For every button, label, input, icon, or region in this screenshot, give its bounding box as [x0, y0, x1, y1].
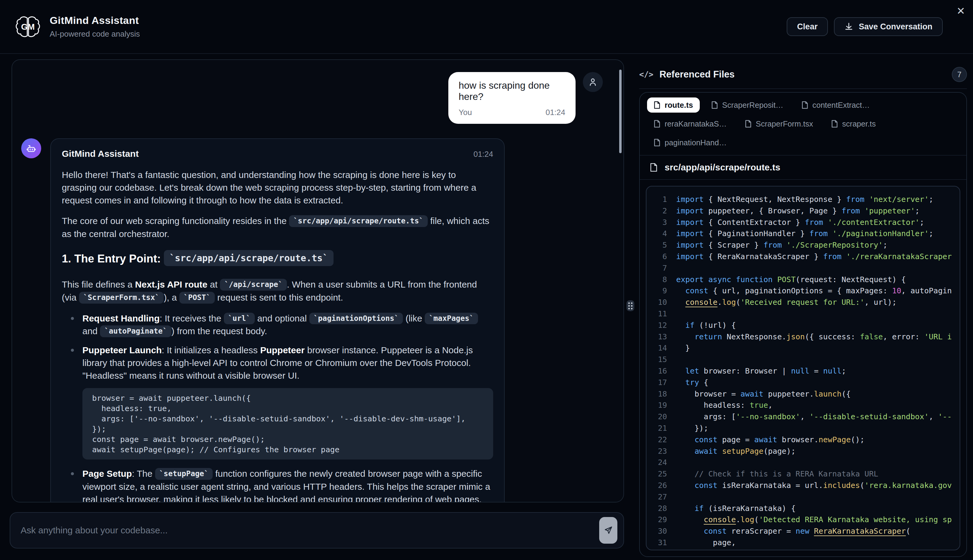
- save-button-label: Save Conversation: [859, 22, 933, 32]
- code-text: console.log('Detected RERA Karnataka web…: [667, 514, 960, 525]
- svg-text:GM: GM: [21, 22, 35, 32]
- code-line: 24: [647, 457, 960, 468]
- file-tab-ScraperForm.tsx[interactable]: ScraperForm.tsx: [738, 116, 820, 132]
- line-number: 5: [647, 240, 667, 251]
- text: (like: [403, 313, 425, 323]
- file-tab-reraKarnatakaS[interactable]: reraKarnatakaS…: [647, 116, 733, 132]
- line-number: 17: [647, 377, 667, 388]
- code-text: [667, 308, 960, 320]
- line-number: 24: [647, 457, 667, 468]
- chat-scrollbar-thumb[interactable]: [619, 70, 622, 153]
- code-line: 11: [647, 308, 960, 320]
- file-tab-ScraperReposit[interactable]: ScraperReposit…: [705, 97, 790, 113]
- code-line: 7: [647, 262, 960, 274]
- code-line: 6import { ReraKarnatakaScraper } from '.…: [647, 251, 960, 262]
- code-line: 20 args: ['--no-sandbox', '--disable-set…: [647, 411, 960, 423]
- text: : The: [132, 468, 155, 478]
- text: at: [207, 279, 220, 289]
- line-number: 32: [647, 548, 667, 550]
- code-text: const { url, paginationOptions = { maxPa…: [667, 285, 960, 297]
- code-line: 8export async function POST(request: Nex…: [647, 274, 960, 285]
- code-text: [667, 491, 960, 503]
- file-tab-scraper.ts[interactable]: scraper.ts: [824, 116, 883, 132]
- bold-text: Next.js API route: [135, 279, 207, 289]
- text: : It receives the: [160, 313, 224, 323]
- paragraph: The core of our web scraping functionali…: [62, 215, 493, 240]
- code-line: 29 console.log('Detected RERA Karnataka …: [647, 514, 960, 525]
- inline-code: `maxPages`: [425, 313, 478, 325]
- save-conversation-button[interactable]: Save Conversation: [834, 17, 943, 36]
- line-number: 11: [647, 308, 667, 320]
- code-text: browser = await puppeteer.launch({: [667, 388, 960, 400]
- code-line: 12 if (!url) {: [647, 320, 960, 331]
- file-icon: [654, 138, 660, 147]
- chat-code-block: browser = await puppeteer.launch({ headl…: [82, 388, 493, 460]
- code-text: let browser: Browser | null = null;: [667, 365, 960, 377]
- chat-input-bar: [10, 512, 624, 548]
- code-line: 18 browser = await puppeteer.launch({: [647, 388, 960, 400]
- line-number: 25: [647, 468, 667, 480]
- file-icon: [654, 101, 660, 109]
- line-number: 6: [647, 251, 667, 262]
- line-number: 8: [647, 274, 667, 285]
- inline-code: `paginationOptions`: [309, 313, 403, 325]
- code-text: try {: [667, 377, 960, 388]
- text: ) from the request body.: [171, 326, 267, 336]
- line-number: 2: [647, 205, 667, 217]
- close-icon[interactable]: ✕: [956, 5, 965, 17]
- clear-button[interactable]: Clear: [787, 17, 828, 36]
- code-brackets-icon: </>: [639, 70, 654, 79]
- file-tab-contentExtract[interactable]: contentExtract…: [795, 97, 876, 113]
- send-button[interactable]: [599, 517, 617, 544]
- chat-scroll-area: how is scraping done here? You 01:24: [12, 60, 624, 502]
- line-number: 30: [647, 525, 667, 537]
- code-text: export async function POST(request: Next…: [667, 274, 960, 285]
- file-tab-label: scraper.ts: [842, 120, 876, 128]
- paragraph: Hello there! That's a fantastic question…: [62, 168, 493, 207]
- list-item: Page Setup: The `setupPage` function con…: [70, 467, 493, 502]
- code-line: 32 new ContentExtractor(),: [647, 548, 960, 550]
- line-number: 20: [647, 411, 667, 423]
- file-tab-route.ts[interactable]: route.ts: [647, 97, 700, 113]
- section-heading: 1. The Entry Point: `src/app/api/scrape/…: [62, 251, 493, 268]
- file-icon: [654, 120, 660, 128]
- code-viewer[interactable]: 1import { NextRequest, NextResponse } fr…: [646, 186, 960, 550]
- panel-resize-grip[interactable]: [627, 300, 634, 311]
- code-text: new ContentExtractor(),: [667, 548, 960, 550]
- bold-text: Page Setup: [82, 468, 132, 478]
- inline-code: `setupPage`: [155, 468, 213, 480]
- chat-panel: how is scraping done here? You 01:24: [12, 59, 624, 502]
- code-line: 15: [647, 354, 960, 365]
- text: : It initializes a headless: [162, 345, 260, 355]
- code-text: }: [667, 342, 960, 354]
- line-number: 9: [647, 285, 667, 297]
- file-tab-label: route.ts: [665, 101, 693, 110]
- line-number: 26: [647, 480, 667, 491]
- line-number: 18: [647, 388, 667, 400]
- assistant-name: GitMind Assistant: [62, 148, 139, 159]
- download-icon: [844, 22, 853, 31]
- code-text: args: ['--no-sandbox', '--disable-setuid…: [667, 411, 960, 423]
- code-line: 19 headless: true,: [647, 400, 960, 411]
- brand-block: GitMind Assistant AI-powered code analys…: [50, 15, 140, 39]
- code-line: 4import { PaginationHandler } from './pa…: [647, 228, 960, 240]
- line-number: 16: [647, 365, 667, 377]
- text: ), a: [164, 292, 179, 302]
- code-text: import { NextRequest, NextResponse } fro…: [667, 194, 960, 205]
- code-text: // Check if this is a RERA Karnataka URL: [667, 468, 960, 480]
- file-tab-paginationHand[interactable]: paginationHand…: [647, 135, 733, 150]
- code-line: 17 try {: [647, 377, 960, 388]
- code-line: 14 }: [647, 342, 960, 354]
- text: and optional: [255, 313, 309, 323]
- code-line: 10 console.log('Received request for URL…: [647, 297, 960, 308]
- text: request is sent to this endpoint.: [215, 292, 343, 302]
- app-title: GitMind Assistant: [50, 15, 140, 26]
- line-number: 14: [647, 342, 667, 354]
- code-text: headless: true,: [667, 400, 960, 411]
- code-text: [667, 354, 960, 365]
- code-text: return NextResponse.json({ success: fals…: [667, 331, 960, 343]
- code-line: 13 return NextResponse.json({ success: f…: [647, 331, 960, 343]
- text: and: [82, 326, 100, 336]
- line-number: 29: [647, 514, 667, 525]
- chat-input[interactable]: [21, 525, 599, 535]
